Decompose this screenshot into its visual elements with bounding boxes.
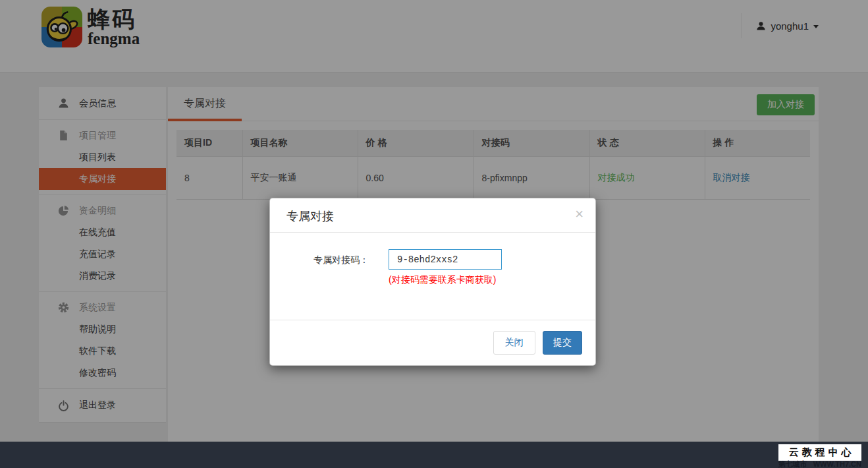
docking-code-field: (对接码需要联系卡商获取)	[389, 249, 502, 286]
close-icon[interactable]: ×	[575, 207, 583, 221]
docking-code-hint: (对接码需要联系卡商获取)	[389, 274, 502, 286]
tutorial-center-badge[interactable]: 云教程中心	[778, 444, 862, 461]
modal-footer: 关闭 提交	[270, 320, 595, 365]
modal-close-button[interactable]: 关闭	[493, 331, 535, 355]
docking-modal: 专属对接 × 专属对接码： (对接码需要联系卡商获取) 关闭 提交	[269, 198, 596, 366]
watermark-text: 第七城市 WWW.TH7.CN	[778, 461, 862, 468]
modal-body: 专属对接码： (对接码需要联系卡商获取)	[270, 233, 595, 321]
watermark: 云教程中心 第七城市 WWW.TH7.CN	[778, 444, 862, 468]
modal-title: 专属对接	[286, 208, 334, 224]
docking-code-label: 专属对接码：	[270, 249, 369, 286]
modal-submit-button[interactable]: 提交	[543, 331, 582, 355]
modal-header: 专属对接 ×	[270, 198, 595, 233]
docking-code-input[interactable]	[389, 249, 502, 270]
docking-code-form-row: 专属对接码： (对接码需要联系卡商获取)	[270, 233, 595, 286]
